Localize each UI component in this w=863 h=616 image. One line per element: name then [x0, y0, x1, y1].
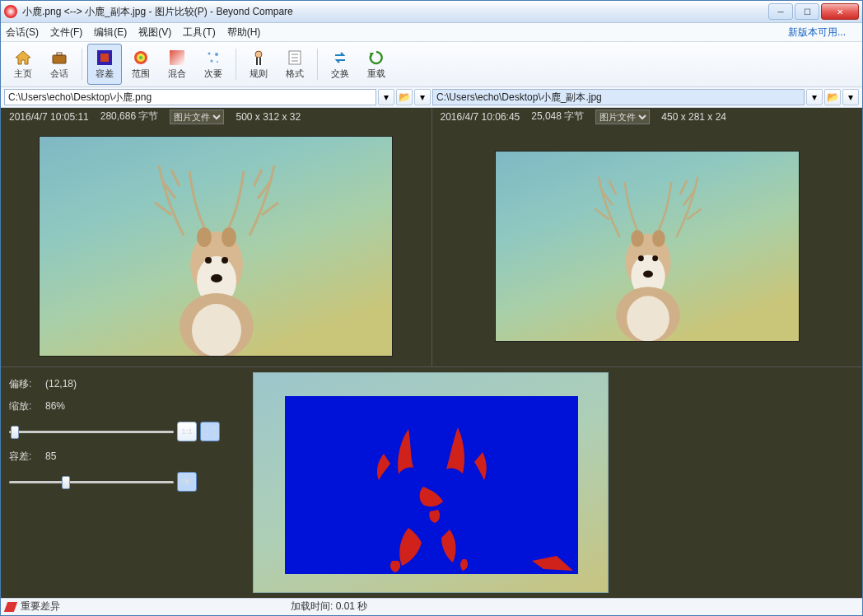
left-path-dropdown[interactable]: ▾	[378, 89, 394, 105]
tool-rules[interactable]: 规则	[241, 44, 276, 84]
toolbar-separator	[82, 49, 82, 79]
menu-help[interactable]: 帮助(H)	[227, 26, 261, 40]
svg-rect-2	[57, 53, 62, 55]
tolerance-label: 容差:	[9, 450, 45, 464]
left-path-group: ▾ 📂 ▾	[4, 89, 431, 105]
right-path-dropdown[interactable]: ▾	[806, 89, 823, 105]
tool-next-label: 次要	[204, 68, 222, 80]
diff-overlay	[285, 396, 578, 574]
menu-bar: 会话(S) 文件(F) 编辑(E) 视图(V) 工具(T) 帮助(H) 新版本可…	[1, 23, 862, 42]
menu-file[interactable]: 文件(F)	[50, 26, 82, 40]
zoom-fit-button[interactable]: ⛶	[200, 422, 220, 441]
tool-home[interactable]: 主页	[6, 44, 40, 84]
minimize-button[interactable]: ─	[768, 3, 793, 20]
toolbar-separator	[236, 49, 236, 79]
tool-range[interactable]: 范围	[124, 44, 158, 84]
window-buttons: ─ ☐ ✕	[768, 3, 859, 20]
maximize-button[interactable]: ☐	[795, 3, 819, 20]
zoom-fit-icon: ⛶	[205, 426, 215, 437]
tool-tolerance[interactable]: 容差	[87, 44, 122, 84]
diff-pane[interactable]	[248, 367, 862, 598]
menu-edit[interactable]: 编辑(E)	[94, 26, 127, 40]
svg-point-35	[631, 230, 643, 247]
tool-blend[interactable]: 混合	[160, 44, 194, 84]
left-image-pane[interactable]	[1, 126, 432, 366]
tool-swap[interactable]: 交换	[323, 44, 357, 84]
svg-point-10	[208, 53, 211, 55]
right-path-group: ▾ 📂 ▾	[432, 89, 859, 105]
right-dims: 450 x 281 x 24	[661, 111, 726, 123]
left-browse-button[interactable]: 📂	[396, 89, 413, 105]
svg-point-42	[427, 499, 436, 504]
tool-range-label: 范围	[132, 68, 150, 80]
right-image-pane[interactable]	[432, 126, 863, 366]
tolerance-auto-button[interactable]: 👁	[177, 472, 197, 492]
left-size: 280,686 字节	[100, 110, 159, 124]
right-size: 25,048 字节	[531, 110, 584, 124]
eye-icon: 👁	[182, 476, 192, 488]
toolbar: 主页 会话 容差 范围 混合 次要 规则 格式	[1, 42, 862, 86]
svg-point-29	[222, 257, 228, 264]
tool-format[interactable]: 格式	[278, 44, 312, 84]
right-browse-button[interactable]: 📂	[824, 89, 841, 105]
zoom-actual-button[interactable]: 1:1	[177, 422, 197, 441]
toolbar-separator	[317, 49, 318, 79]
home-icon	[14, 49, 32, 67]
path-row: ▾ 📂 ▾ ▾ 📂 ▾	[1, 87, 862, 108]
left-type-select[interactable]: 图片文件	[170, 110, 224, 124]
referee-icon	[250, 49, 268, 67]
tool-next[interactable]: 次要	[196, 44, 231, 84]
svg-point-12	[211, 60, 213, 63]
slider-thumb[interactable]	[62, 476, 70, 489]
svg-point-11	[215, 53, 218, 56]
right-path-input[interactable]	[432, 89, 805, 105]
briefcase-icon	[50, 49, 68, 67]
right-meta: 2016/4/7 10:06:45 25,048 字节 图片文件 450 x 2…	[432, 108, 863, 125]
svg-point-7	[139, 56, 142, 59]
offset-label: 偏移:	[9, 377, 45, 391]
zoom-row: 缩放: 86%	[9, 399, 240, 413]
left-browse-dropdown[interactable]: ▾	[414, 89, 431, 105]
bottom-panel: 偏移: (12,18) 缩放: 86% 1:1 ⛶ 容差: 85	[1, 366, 862, 598]
reload-icon	[367, 49, 385, 67]
status-load-text: 加载时间: 0.01 秒	[291, 600, 367, 614]
diff-image	[253, 372, 609, 593]
blend-icon	[168, 49, 186, 67]
right-image	[495, 151, 800, 342]
right-browse-dropdown[interactable]: ▾	[842, 89, 859, 105]
zoom-slider[interactable]	[9, 424, 174, 439]
svg-point-32	[192, 304, 241, 357]
menu-session[interactable]: 会话(S)	[6, 26, 39, 40]
svg-rect-17	[258, 58, 259, 65]
range-icon	[132, 49, 150, 67]
svg-rect-1	[53, 55, 66, 63]
svg-point-39	[643, 270, 653, 278]
close-button[interactable]: ✕	[821, 3, 859, 20]
svg-point-37	[638, 255, 644, 261]
svg-rect-4	[100, 54, 109, 62]
status-bar: 重要差异 加载时间: 0.01 秒	[1, 598, 862, 615]
tool-session[interactable]: 会话	[42, 44, 77, 84]
tolerance-icon	[96, 49, 114, 67]
left-path-input[interactable]	[4, 89, 376, 105]
tool-rules-label: 规则	[250, 68, 268, 80]
left-date: 2016/4/7 10:05:11	[9, 111, 89, 123]
swap-icon	[331, 49, 349, 67]
window-title: 小鹿.png <--> 小鹿_副本.jpg - 图片比较(P) - Beyond…	[22, 5, 768, 19]
svg-point-14	[255, 51, 262, 58]
svg-point-26	[197, 227, 212, 247]
menu-view[interactable]: 视图(V)	[138, 26, 171, 40]
svg-rect-18	[261, 58, 263, 65]
svg-point-41	[627, 296, 669, 341]
menu-tools[interactable]: 工具(T)	[183, 26, 215, 40]
slider-thumb[interactable]	[11, 426, 19, 439]
update-link[interactable]: 新版本可用...	[788, 26, 846, 40]
tool-session-label: 会话	[50, 68, 68, 80]
image-compare-area	[1, 126, 862, 366]
meta-row: 2016/4/7 10:05:11 280,686 字节 图片文件 500 x …	[1, 108, 862, 125]
svg-point-30	[211, 274, 222, 282]
tool-reload[interactable]: 重载	[359, 44, 394, 84]
right-type-select[interactable]: 图片文件	[595, 110, 650, 124]
tolerance-slider[interactable]	[9, 474, 174, 489]
folder-icon: 📂	[827, 91, 839, 103]
